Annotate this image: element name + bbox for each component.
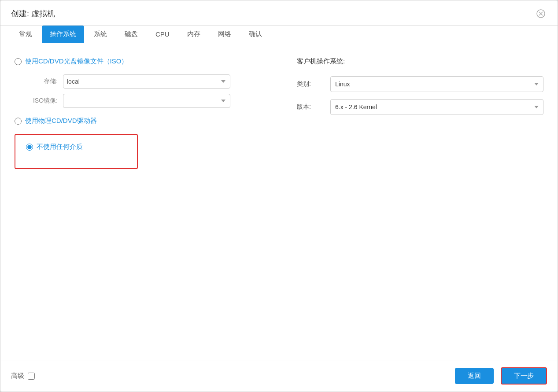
- version-label: 版本:: [297, 103, 323, 111]
- close-button[interactable]: [535, 7, 547, 20]
- create-vm-dialog: 创建: 虚拟机 常规 操作系统 系统 磁盘 CPU 内存 网络 确认 使用CD: [0, 0, 558, 392]
- close-icon: [536, 9, 545, 18]
- advanced-section: 高级: [11, 372, 35, 380]
- category-label: 类别:: [297, 80, 323, 88]
- content-area: 使用CD/DVD光盘镜像文件（ISO） 存储: local ISO镜像:: [0, 43, 558, 360]
- right-panel: 客户机操作系统: 类别: Linux Windows Other 版本: 6.x…: [297, 57, 543, 115]
- category-row: 类别: Linux Windows Other: [297, 76, 543, 92]
- advanced-label: 高级: [11, 372, 24, 380]
- category-select[interactable]: Linux Windows Other: [330, 76, 543, 92]
- iso-sub-fields: 存储: local ISO镜像:: [27, 74, 270, 108]
- tab-network[interactable]: 网络: [210, 26, 239, 43]
- iso-row: ISO镜像:: [27, 94, 270, 108]
- option-none-label: 不使用任何介质: [37, 143, 83, 151]
- tab-system[interactable]: 系统: [86, 26, 115, 43]
- guest-os-title: 客户机操作系统:: [297, 57, 543, 66]
- footer: 高级 返回 下一步: [0, 360, 558, 392]
- radio-physical[interactable]: [15, 118, 22, 125]
- iso-label: ISO镜像:: [27, 97, 58, 105]
- storage-label: 存储:: [27, 78, 58, 85]
- tab-general[interactable]: 常规: [11, 26, 40, 43]
- option-physical-label: 使用物理CD/DVD驱动器: [25, 117, 97, 125]
- storage-select[interactable]: local: [63, 74, 230, 89]
- tab-cpu[interactable]: CPU: [148, 26, 177, 42]
- next-button[interactable]: 下一步: [501, 367, 547, 385]
- tab-os[interactable]: 操作系统: [42, 26, 84, 43]
- version-row: 版本: 6.x - 2.6 Kernel Other: [297, 99, 543, 115]
- radio-iso[interactable]: [15, 58, 22, 65]
- tab-confirm[interactable]: 确认: [241, 26, 270, 43]
- dialog-header: 创建: 虚拟机: [0, 0, 558, 26]
- tab-disk[interactable]: 磁盘: [117, 26, 146, 43]
- iso-select[interactable]: [63, 94, 230, 108]
- option-iso[interactable]: 使用CD/DVD光盘镜像文件（ISO）: [15, 57, 270, 66]
- radio-none[interactable]: [26, 144, 33, 151]
- option-iso-label: 使用CD/DVD光盘镜像文件（ISO）: [25, 57, 128, 66]
- storage-row: 存储: local: [27, 74, 270, 89]
- tab-memory[interactable]: 内存: [179, 26, 208, 43]
- back-button[interactable]: 返回: [455, 368, 494, 384]
- option-physical[interactable]: 使用物理CD/DVD驱动器: [15, 117, 270, 125]
- option-none-box[interactable]: 不使用任何介质: [15, 134, 138, 169]
- content-row: 使用CD/DVD光盘镜像文件（ISO） 存储: local ISO镜像:: [15, 57, 543, 169]
- version-select[interactable]: 6.x - 2.6 Kernel Other: [330, 99, 543, 115]
- tabs-bar: 常规 操作系统 系统 磁盘 CPU 内存 网络 确认: [0, 26, 558, 43]
- dialog-title: 创建: 虚拟机: [11, 8, 55, 19]
- advanced-checkbox[interactable]: [28, 373, 35, 380]
- left-panel: 使用CD/DVD光盘镜像文件（ISO） 存储: local ISO镜像:: [15, 57, 270, 169]
